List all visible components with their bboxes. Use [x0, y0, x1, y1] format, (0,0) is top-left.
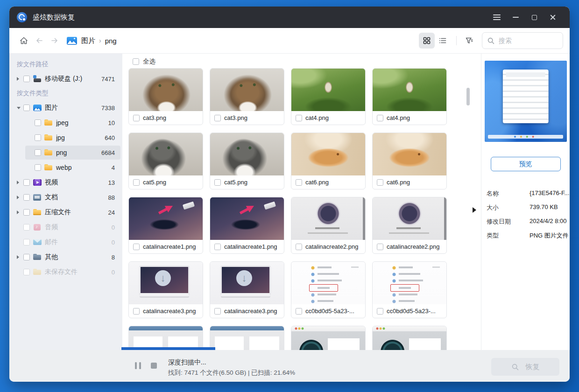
file-card[interactable]: catalinacreate3.png	[128, 261, 203, 318]
file-checkbox[interactable]	[377, 179, 383, 186]
pause-button[interactable]	[135, 362, 141, 369]
file-checkbox[interactable]	[133, 244, 140, 250]
sidebar-item[interactable]: 移动硬盘 (J:) 7471	[9, 71, 122, 86]
grid-view-button[interactable]	[419, 33, 435, 49]
file-card[interactable]: cat5.png	[210, 133, 284, 189]
tree-arrow-icon[interactable]	[17, 181, 23, 184]
file-card[interactable]: cat5.png	[128, 133, 203, 189]
file-checkbox[interactable]	[377, 244, 383, 250]
sidebar-checkbox[interactable]	[35, 119, 41, 126]
file-checkbox[interactable]	[133, 179, 140, 186]
sidebar-item[interactable]: 音频 0	[9, 220, 122, 235]
sidebar-checkbox[interactable]	[23, 269, 30, 275]
preview-button[interactable]: 预览	[491, 157, 561, 171]
detail-value: 2024/4/2 8:00	[530, 217, 567, 224]
sidebar-item[interactable]: webp 4	[9, 160, 122, 175]
sidebar-item-count: 0	[112, 269, 115, 276]
file-checkbox[interactable]	[133, 308, 140, 315]
file-checkbox[interactable]	[214, 244, 221, 250]
file-card[interactable]	[128, 326, 203, 350]
breadcrumb-png[interactable]: png	[105, 37, 117, 45]
sidebar-item[interactable]: 文档 88	[9, 190, 122, 205]
file-card[interactable]: cat3.png	[210, 68, 284, 125]
tree-arrow-icon[interactable]	[17, 210, 23, 214]
list-view-button[interactable]	[435, 33, 451, 49]
filter-button[interactable]	[462, 34, 476, 48]
sidebar-item-count: 88	[108, 194, 115, 201]
file-card[interactable]: catalinacreate2.png	[291, 197, 366, 254]
file-name: cc0bd0d5-5a23-...	[387, 308, 436, 315]
select-all-checkbox[interactable]	[133, 58, 139, 65]
file-card[interactable]: cat4.png	[372, 68, 447, 125]
tree-arrow-icon[interactable]	[17, 107, 23, 109]
sidebar-item[interactable]: 其他 8	[9, 250, 122, 265]
sidebar-checkbox[interactable]	[23, 254, 30, 260]
sidebar-item[interactable]: jpeg 10	[9, 115, 122, 130]
sidebar-checkbox[interactable]	[23, 76, 30, 82]
file-checkbox[interactable]	[214, 179, 221, 186]
detail-row: 修改日期 2024/4/2 8:00	[481, 214, 570, 228]
breadcrumb-separator: ›	[99, 37, 101, 44]
sidebar-checkbox[interactable]	[35, 134, 41, 141]
back-button[interactable]	[35, 36, 44, 45]
sidebar-item[interactable]: 图片 7338	[9, 100, 122, 115]
file-thumbnail	[210, 326, 284, 350]
file-card[interactable]: catalinacreate1.png	[210, 197, 284, 254]
recover-button[interactable]: 恢复	[491, 358, 559, 376]
file-card[interactable]	[372, 326, 447, 350]
file-card[interactable]	[210, 326, 284, 350]
sidebar-checkbox[interactable]	[23, 105, 30, 111]
forward-button[interactable]	[50, 36, 59, 45]
file-card[interactable]: cat4.png	[291, 68, 366, 125]
sidebar-item[interactable]: jpg 640	[9, 130, 122, 145]
sidebar-item-label: 视频	[45, 178, 108, 187]
home-button[interactable]	[19, 36, 28, 45]
file-checkbox[interactable]	[296, 115, 302, 121]
sidebar-item-count: 24	[108, 209, 115, 216]
file-card[interactable]: cat6.png	[291, 133, 366, 189]
window-menu-button[interactable]	[487, 7, 506, 28]
sidebar-item[interactable]: 未保存文件 0	[9, 265, 122, 280]
file-checkbox[interactable]	[133, 115, 140, 121]
file-card[interactable]: cc0bd0d5-5a23-...	[291, 261, 366, 318]
file-checkbox[interactable]	[296, 308, 302, 315]
titlebar: 盛炫数据恢复	[9, 7, 570, 28]
sidebar-checkbox[interactable]	[23, 194, 30, 201]
file-card[interactable]: catalinacreate2.png	[372, 197, 447, 254]
file-card[interactable]: catalinacreate1.png	[128, 197, 203, 254]
file-card[interactable]	[291, 326, 366, 350]
stop-button[interactable]	[151, 363, 157, 369]
sidebar-checkbox[interactable]	[35, 164, 41, 171]
file-card[interactable]: cc0bd0d5-5a23-...	[372, 261, 447, 318]
sidebar-item[interactable]: 视频 13	[9, 175, 122, 190]
file-card-label-row: catalinacreate3.png	[129, 304, 203, 318]
vertical-scrollbar[interactable]	[466, 88, 470, 105]
file-checkbox[interactable]	[296, 179, 302, 186]
sidebar-checkbox[interactable]	[35, 149, 41, 156]
tree-arrow-icon[interactable]	[17, 255, 23, 259]
tree-arrow-icon[interactable]	[17, 77, 23, 81]
sidebar-item[interactable]: png 6684	[9, 145, 122, 160]
file-checkbox[interactable]	[214, 115, 221, 121]
close-button[interactable]	[544, 7, 562, 28]
breadcrumb-pictures[interactable]: 图片	[81, 36, 95, 45]
file-card[interactable]: cat3.png	[128, 68, 203, 125]
file-checkbox[interactable]	[377, 115, 383, 121]
search-input[interactable]	[499, 37, 550, 44]
panel-collapse-arrow[interactable]	[473, 207, 476, 213]
sidebar-item[interactable]: 压缩文件 24	[9, 205, 122, 220]
sidebar-item[interactable]: 邮件 0	[9, 235, 122, 250]
sidebar-checkbox[interactable]	[23, 239, 30, 245]
sidebar-checkbox[interactable]	[23, 209, 30, 216]
file-checkbox[interactable]	[377, 308, 383, 315]
file-checkbox[interactable]	[214, 308, 221, 315]
file-checkbox[interactable]	[296, 244, 302, 250]
search-box	[482, 32, 563, 49]
tree-arrow-icon[interactable]	[17, 196, 23, 199]
maximize-button[interactable]	[525, 7, 544, 28]
file-card[interactable]: catalinacreate3.png	[210, 261, 284, 318]
sidebar-checkbox[interactable]	[23, 179, 30, 186]
minimize-button[interactable]	[506, 7, 525, 28]
file-card[interactable]: cat6.png	[372, 133, 447, 189]
sidebar-checkbox[interactable]	[23, 224, 30, 231]
